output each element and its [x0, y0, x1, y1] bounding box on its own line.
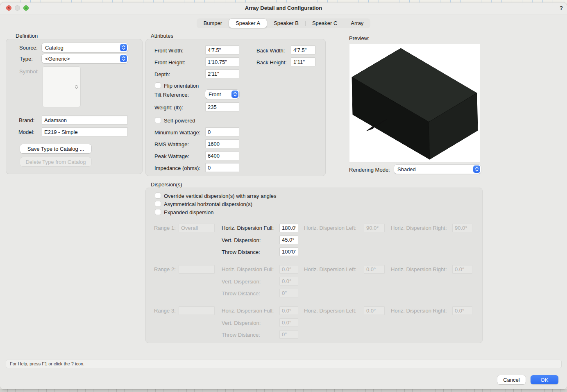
rendering-mode-value: Shaded [397, 166, 416, 172]
flip-orientation-label: Flip orientation [164, 83, 199, 89]
range2-horiz-left-input [364, 265, 385, 274]
dispersion-section-label: Dispersion(s) [151, 181, 182, 188]
range3-horiz-right-label: Horiz. Dispersion Right: [391, 308, 447, 314]
range3-vert-label: Vert. Dispersion: [222, 320, 261, 326]
range1-horiz-right-input [452, 224, 472, 232]
delete-type-from-catalog-button: Delete Type from Catalog [20, 157, 91, 166]
weight-input[interactable] [205, 102, 239, 111]
range2-horiz-full-label: Horiz. Dispersion Full: [222, 266, 274, 272]
back-height-input[interactable] [291, 57, 315, 66]
range2-horiz-right-label: Horiz. Dispersion Right: [391, 266, 447, 272]
front-height-label: Front Height: [154, 59, 185, 66]
asymmetrical-horizontal-dispersion-checkbox[interactable] [155, 201, 161, 207]
range1-vert-input[interactable] [279, 236, 298, 244]
range2-horiz-right-input [452, 265, 472, 274]
expanded-dispersion-checkbox[interactable] [155, 209, 161, 215]
tab-bumper[interactable]: Bumper [197, 19, 229, 28]
impedance-input[interactable] [205, 163, 239, 172]
range1-vert-label: Vert. Dispersion: [222, 237, 261, 243]
asymmetrical-horizontal-dispersion-label: Asymmetrical horizontal dispersion(s) [164, 201, 252, 207]
range2-vert-label: Vert. Dispersion: [222, 279, 261, 285]
peak-wattage-input[interactable] [205, 151, 239, 160]
range1-horiz-full-label: Horiz. Dispersion Full: [222, 225, 274, 231]
back-width-input[interactable] [291, 45, 315, 54]
model-label: Model: [18, 129, 34, 135]
type-dropdown-value: <Generic> [45, 56, 70, 62]
background-ruler-bottom [0, 389, 567, 392]
updown-stepper-icon [120, 55, 127, 62]
speaker-box-drawing [349, 44, 480, 162]
brand-label: Brand: [19, 117, 34, 123]
range2-label: Range 2: [154, 266, 176, 272]
range2-horiz-left-label: Horiz. Dispersion Left: [304, 266, 356, 272]
back-height-label: Back Height: [256, 59, 287, 66]
self-powered-checkbox[interactable] [155, 117, 161, 123]
range2-throw-label: Throw Distance: [222, 290, 260, 297]
back-width-label: Back Width: [256, 48, 285, 54]
range3-horiz-full-input [279, 306, 298, 315]
range1-horiz-left-input [364, 224, 385, 232]
tab-speaker-b[interactable]: Speaker B [267, 19, 305, 28]
tab-speaker-c[interactable]: Speaker C [306, 19, 344, 28]
expanded-dispersion-label: Expanded dispersion [164, 209, 213, 215]
type-label: Type: [20, 56, 33, 62]
dispersion-panel: Override vertical dispersion(s) with arr… [145, 188, 483, 343]
range3-name-input [179, 306, 215, 315]
source-dropdown[interactable]: Catalog [42, 43, 128, 52]
range2-name-input [179, 265, 215, 274]
save-type-to-catalog-button[interactable]: Save Type to Catalog ... [20, 144, 91, 153]
speaker-3d-preview [349, 44, 480, 163]
range1-name-input [179, 224, 215, 232]
status-bar: For Help, press F1 or click the ? icon. [6, 360, 562, 368]
range2-vert-input [279, 277, 298, 286]
type-dropdown[interactable]: <Generic> [42, 54, 128, 63]
range1-throw-input[interactable] [279, 247, 298, 256]
override-vertical-dispersion-label: Override vertical dispersion(s) with arr… [164, 193, 277, 199]
range3-throw-label: Throw Distance: [222, 332, 260, 338]
tab-array[interactable]: Array [344, 19, 370, 28]
range1-horiz-full-input[interactable] [279, 224, 298, 232]
rms-wattage-label: RMS Wattage: [154, 141, 189, 147]
self-powered-label: Self-powered [164, 118, 195, 124]
range2-throw-input [279, 289, 298, 297]
model-input[interactable] [42, 127, 128, 136]
brand-input[interactable] [42, 116, 128, 125]
range2-horiz-full-input [279, 265, 298, 274]
definition-panel: Source: Catalog Type: <Generic> Symbol: … [6, 39, 143, 174]
updown-stepper-icon [231, 91, 238, 98]
peak-wattage-label: Peak Wattage: [154, 153, 189, 159]
tilt-reference-value: Front [209, 91, 221, 97]
range3-horiz-right-input [452, 306, 472, 315]
updown-stepper-icon [473, 165, 480, 173]
definition-section-label: Definition [16, 33, 38, 39]
attributes-panel: Front Width: Back Width: Front Height: B… [145, 39, 326, 176]
depth-input[interactable] [205, 69, 239, 78]
range3-horiz-left-label: Horiz. Dispersion Left: [304, 308, 356, 314]
attributes-section-label: Attributes [151, 33, 173, 39]
updown-stepper-icon [120, 44, 127, 51]
tilt-reference-dropdown[interactable]: Front [205, 90, 239, 99]
symbol-picker [42, 66, 81, 107]
range1-horiz-left-label: Horiz. Dispersion Left: [304, 225, 356, 231]
tab-bar: Bumper Speaker A Speaker B Speaker C Arr… [0, 18, 567, 28]
window-title: Array Detail and Configuration [0, 2, 567, 14]
depth-label: Depth: [154, 71, 170, 77]
range3-vert-input [279, 318, 298, 327]
rendering-mode-label: Rendering Mode: [349, 167, 390, 173]
tab-speaker-a[interactable]: Speaker A [229, 19, 267, 28]
titlebar: × + Array Detail and Configuration ? [0, 2, 567, 14]
rms-wattage-input[interactable] [205, 139, 239, 148]
front-width-label: Front Width: [154, 48, 184, 54]
min-wattage-input[interactable] [205, 127, 239, 136]
flip-orientation-checkbox[interactable] [155, 82, 161, 88]
override-vertical-dispersion-checkbox[interactable] [155, 193, 161, 199]
range3-throw-input [279, 330, 298, 339]
cancel-button[interactable]: Cancel [497, 375, 526, 384]
range3-horiz-left-input [364, 306, 385, 315]
front-height-input[interactable] [205, 57, 239, 66]
ok-button[interactable]: OK [531, 375, 558, 384]
front-width-input[interactable] [205, 45, 239, 54]
help-icon[interactable]: ? [560, 2, 563, 14]
range3-horiz-full-label: Horiz. Dispersion Full: [222, 308, 274, 314]
rendering-mode-dropdown[interactable]: Shaded [394, 165, 481, 174]
